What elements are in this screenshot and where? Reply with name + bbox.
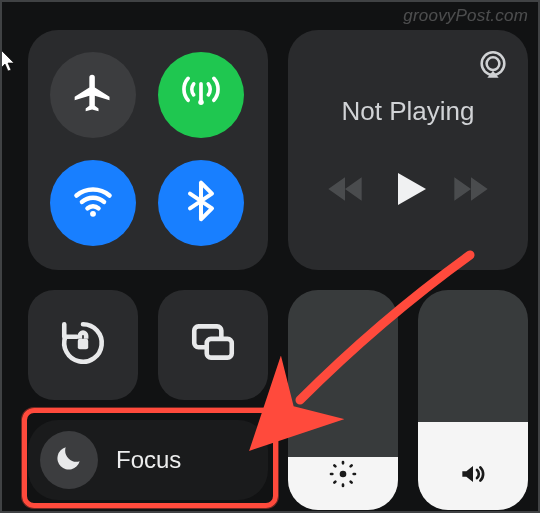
svg-point-1 (90, 211, 96, 217)
bluetooth-icon (179, 179, 223, 227)
focus-button[interactable]: Focus (28, 420, 268, 500)
airplane-icon (71, 71, 115, 119)
watermark: groovyPost.com (403, 6, 528, 26)
media-title: Not Playing (306, 96, 510, 127)
screen-mirroring-icon (188, 318, 238, 372)
airplay-icon[interactable] (476, 48, 510, 82)
connectivity-panel (28, 30, 268, 270)
bluetooth-toggle[interactable] (158, 160, 244, 246)
cellular-data-toggle[interactable] (158, 52, 244, 138)
svg-point-7 (340, 471, 347, 478)
previous-button[interactable] (325, 169, 365, 213)
moon-icon (53, 442, 85, 478)
rotation-lock-button[interactable] (28, 290, 138, 400)
screen-mirroring-button[interactable] (158, 290, 268, 400)
volume-icon (457, 458, 489, 494)
svg-point-0 (198, 99, 204, 105)
brightness-slider[interactable] (288, 290, 398, 510)
volume-slider[interactable] (418, 290, 528, 510)
brightness-icon (327, 458, 359, 494)
play-button[interactable] (384, 165, 432, 217)
media-panel: Not Playing (288, 30, 528, 270)
airplane-mode-toggle[interactable] (50, 52, 136, 138)
wifi-icon (71, 179, 115, 227)
mouse-cursor (0, 50, 18, 74)
cellular-icon (179, 71, 223, 119)
next-button[interactable] (451, 169, 491, 213)
rotation-lock-icon (58, 318, 108, 372)
svg-rect-6 (207, 339, 232, 358)
svg-point-3 (487, 57, 500, 70)
focus-label: Focus (116, 446, 181, 474)
svg-rect-4 (78, 339, 88, 349)
wifi-toggle[interactable] (50, 160, 136, 246)
